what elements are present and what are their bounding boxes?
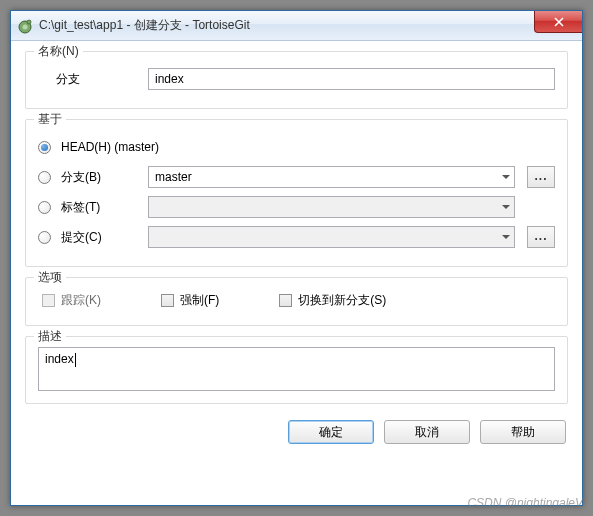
group-description-legend: 描述 (34, 328, 66, 345)
switch-checkbox[interactable] (279, 294, 292, 307)
radio-branch-label: 分支(B) (61, 169, 101, 186)
radio-tag[interactable] (38, 201, 51, 214)
group-name: 名称(N) 分支 (25, 51, 568, 109)
description-value: index (45, 352, 74, 366)
group-options-legend: 选项 (34, 269, 66, 286)
radio-commit-label: 提交(C) (61, 229, 102, 246)
group-options: 选项 跟踪(K) 强制(F) 切换到新分支(S) (25, 277, 568, 326)
close-button[interactable] (534, 11, 582, 33)
help-button[interactable]: 帮助 (480, 420, 566, 444)
commit-select[interactable] (148, 226, 515, 248)
option-switch[interactable]: 切换到新分支(S) (279, 292, 386, 309)
branch-select[interactable]: master (148, 166, 515, 188)
switch-label: 切换到新分支(S) (298, 292, 386, 309)
dialog-window: C:\git_test\app1 - 创建分支 - TortoiseGit 名称… (10, 10, 583, 506)
radio-head[interactable] (38, 141, 51, 154)
watermark: CSDN @nightingaleV (467, 496, 583, 510)
chevron-down-icon (502, 175, 510, 179)
cancel-button[interactable]: 取消 (384, 420, 470, 444)
branch-name-input[interactable] (148, 68, 555, 90)
radio-commit[interactable] (38, 231, 51, 244)
group-description: 描述 index (25, 336, 568, 404)
option-force[interactable]: 强制(F) (161, 292, 219, 309)
force-checkbox[interactable] (161, 294, 174, 307)
radio-head-label: HEAD(H) (master) (61, 140, 159, 154)
description-textarea[interactable]: index (38, 347, 555, 391)
ok-button[interactable]: 确定 (288, 420, 374, 444)
branch-browse-button[interactable]: ... (527, 166, 555, 188)
svg-point-1 (23, 24, 28, 29)
option-track: 跟踪(K) (42, 292, 101, 309)
track-checkbox (42, 294, 55, 307)
titlebar: C:\git_test\app1 - 创建分支 - TortoiseGit (11, 11, 582, 41)
force-label: 强制(F) (180, 292, 219, 309)
dialog-body: 名称(N) 分支 基于 HEAD(H) (master) 分支(B) (11, 41, 582, 456)
branch-name-label: 分支 (38, 71, 148, 88)
radio-tag-label: 标签(T) (61, 199, 100, 216)
tortoisegit-icon (17, 18, 33, 34)
radio-branch[interactable] (38, 171, 51, 184)
group-based-on: 基于 HEAD(H) (master) 分支(B) master ... (25, 119, 568, 267)
branch-select-value: master (155, 170, 192, 184)
commit-browse-button[interactable]: ... (527, 226, 555, 248)
chevron-down-icon (502, 205, 510, 209)
window-title: C:\git_test\app1 - 创建分支 - TortoiseGit (39, 17, 250, 34)
text-cursor (75, 353, 76, 367)
group-based-on-legend: 基于 (34, 111, 66, 128)
close-icon (554, 17, 564, 27)
group-name-legend: 名称(N) (34, 43, 83, 60)
svg-point-2 (27, 20, 31, 24)
tag-select[interactable] (148, 196, 515, 218)
chevron-down-icon (502, 235, 510, 239)
track-label: 跟踪(K) (61, 292, 101, 309)
button-row: 确定 取消 帮助 (25, 414, 568, 444)
